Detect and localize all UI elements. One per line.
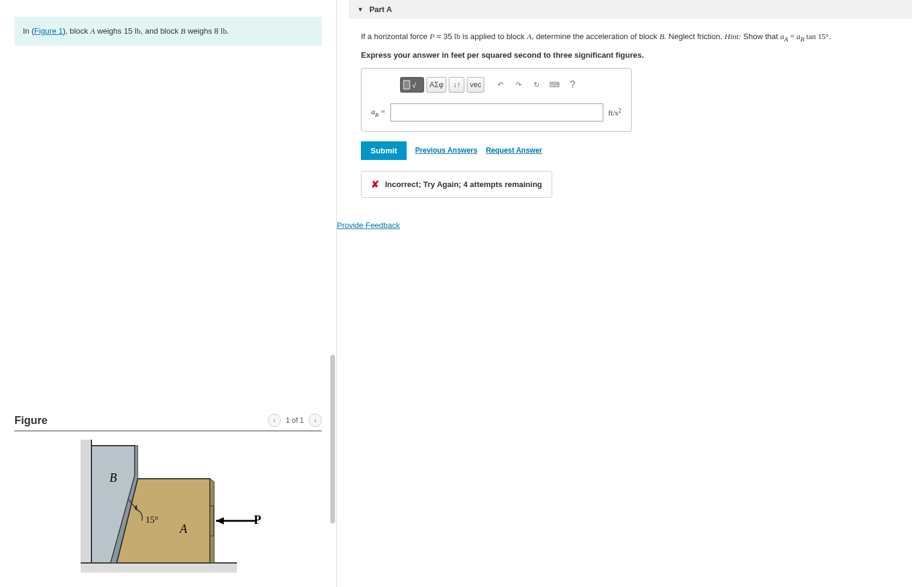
redo-button[interactable]: ↷ [511, 77, 526, 93]
collapse-icon: ▼ [357, 6, 363, 13]
vec-button[interactable]: vec [467, 77, 484, 93]
submit-button[interactable]: Submit [361, 141, 407, 160]
figure-panel: Figure ‹ 1 of 1 › [0, 414, 336, 587]
greek-button[interactable]: ΑΣφ [427, 77, 446, 93]
svg-rect-2 [81, 563, 237, 573]
reset-button[interactable]: ↻ [529, 77, 544, 93]
request-answer-link[interactable]: Request Answer [486, 146, 543, 155]
figure-image: B A 15° P [14, 440, 322, 580]
answer-unit: ft/s2 [608, 106, 621, 118]
instruction-text: Express your answer in feet per squared … [361, 51, 912, 60]
equation-toolbar: √ ΑΣφ ↓↑ vec ↶ ↷ ↻ ⌨ ? [371, 77, 621, 93]
figure-counter: 1 of 1 [286, 416, 304, 425]
keyboard-button[interactable]: ⌨ [547, 77, 562, 93]
undo-button[interactable]: ↶ [493, 77, 508, 93]
block-b-label: B [109, 471, 117, 484]
problem-statement: In (Figure 1), block A weighs 15 lb, and… [14, 17, 322, 46]
svg-rect-8 [210, 506, 214, 536]
figure-prev-button[interactable]: ‹ [268, 414, 281, 427]
subsup-button[interactable]: ↓↑ [449, 77, 464, 93]
figure-link[interactable]: Figure 1 [34, 26, 63, 35]
block-a-label: A [179, 522, 188, 535]
angle-label: 15° [146, 515, 158, 524]
incorrect-icon: ✘ [371, 179, 379, 190]
provide-feedback-link[interactable]: Provide Feedback [337, 221, 400, 230]
help-button[interactable]: ? [565, 77, 581, 93]
templates-button[interactable]: √ [400, 77, 424, 93]
svg-marker-7 [216, 517, 224, 524]
answer-input[interactable] [390, 103, 603, 121]
svg-text:√: √ [412, 81, 416, 90]
feedback-box: ✘ Incorrect; Try Again; 4 attempts remai… [361, 171, 552, 198]
part-label: Part A [369, 5, 392, 14]
previous-answers-link[interactable]: Previous Answers [415, 146, 478, 155]
answer-variable: aB = [371, 107, 386, 118]
part-header[interactable]: ▼ Part A [349, 0, 912, 19]
svg-rect-9 [404, 81, 410, 89]
svg-rect-0 [81, 440, 91, 566]
figure-next-button[interactable]: › [309, 414, 322, 427]
figure-title: Figure [14, 414, 48, 427]
scrollbar[interactable] [330, 355, 335, 581]
scrollbar-thumb[interactable] [330, 355, 335, 523]
action-row: Submit Previous Answers Request Answer [361, 141, 912, 160]
question-text: If a horizontal force P = 35 lb is appli… [361, 31, 912, 45]
answer-box: √ ΑΣφ ↓↑ vec ↶ ↷ ↻ ⌨ ? aB = [361, 68, 632, 132]
feedback-message: Incorrect; Try Again; 4 attempts remaini… [385, 180, 542, 189]
problem-text: In ( [23, 26, 34, 35]
force-label: P [254, 513, 261, 526]
